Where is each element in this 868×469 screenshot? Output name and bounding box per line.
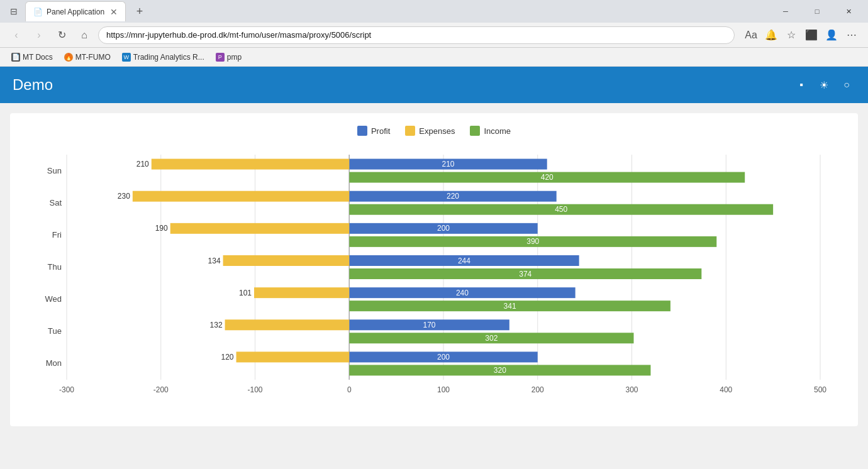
svg-rect-47: [225, 319, 350, 330]
app-title: Demo: [13, 76, 53, 94]
settings-icon[interactable]: ⋯: [843, 26, 860, 44]
svg-text:Sun: Sun: [47, 166, 62, 175]
bookmark-label-pmp: pmp: [227, 53, 242, 62]
svg-text:Thu: Thu: [48, 262, 62, 272]
bookmark-pmp[interactable]: P pmp: [212, 52, 245, 63]
bookmark-favicon-pmp: P: [216, 53, 225, 62]
legend-color-profit: [357, 126, 367, 136]
chart-legend: Profit Expenses Income: [23, 126, 845, 136]
title-bar: ⊟ 📄 Panel Application ✕ + ─ □ ✕: [0, 0, 868, 23]
svg-rect-19: [133, 191, 349, 202]
legend-profit: Profit: [357, 126, 390, 136]
profile-icon[interactable]: 👤: [823, 26, 840, 44]
svg-text:Tue: Tue: [48, 326, 62, 336]
svg-text:240: 240: [456, 289, 469, 297]
bar-chart-svg: 210210420Sun220230450Sat200190390Fri2441…: [23, 148, 845, 405]
svg-text:Wed: Wed: [45, 294, 62, 304]
svg-rect-54: [236, 351, 350, 362]
svg-text:341: 341: [504, 302, 516, 311]
svg-text:390: 390: [526, 237, 539, 246]
svg-text:400: 400: [720, 385, 732, 394]
extensions-icon[interactable]: 🔔: [762, 26, 780, 44]
chart-container: Profit Expenses Income 210210420Sun22023…: [10, 113, 858, 426]
back-button[interactable]: ‹: [8, 26, 25, 44]
svg-text:420: 420: [541, 173, 554, 182]
header-icon-circle[interactable]: ○: [838, 76, 855, 94]
tab-title: Panel Application: [47, 8, 104, 16]
svg-text:120: 120: [221, 353, 234, 361]
forward-button[interactable]: ›: [30, 26, 48, 44]
legend-label-income: Income: [484, 126, 511, 136]
svg-rect-26: [170, 223, 350, 234]
bookmarks-bar: 📄 MT Docs 🔥 MT-FUMO W Trading Analytics …: [0, 48, 868, 67]
reload-button[interactable]: ↻: [53, 26, 70, 44]
bookmark-label-mt-docs: MT Docs: [23, 53, 53, 62]
reader-mode-icon[interactable]: Aa: [742, 26, 760, 44]
close-button[interactable]: ✕: [834, 0, 863, 23]
bookmark-mt-docs[interactable]: 📄 MT Docs: [8, 52, 57, 63]
tab-close-btn[interactable]: ✕: [110, 7, 118, 17]
svg-rect-12: [152, 159, 349, 170]
svg-text:101: 101: [239, 289, 252, 297]
url-input[interactable]: [98, 26, 735, 44]
browser-tab[interactable]: 📄 Panel Application ✕: [25, 1, 126, 21]
svg-text:Fri: Fri: [52, 230, 62, 240]
svg-text:244: 244: [458, 257, 470, 265]
svg-text:Sat: Sat: [49, 198, 62, 207]
header-controls: ▪ ☀ ○: [793, 76, 855, 94]
legend-income: Income: [470, 126, 511, 136]
svg-rect-33: [223, 255, 350, 266]
minimize-button[interactable]: ─: [771, 0, 800, 23]
bookmark-favicon-mt-docs: 📄: [11, 53, 20, 62]
svg-text:210: 210: [442, 160, 454, 168]
bookmark-label-trading-analytics: Trading Analytics R...: [133, 53, 204, 62]
svg-text:230: 230: [118, 192, 130, 201]
header-icon-square[interactable]: ▪: [793, 76, 810, 94]
svg-text:220: 220: [447, 192, 459, 201]
svg-text:374: 374: [519, 270, 531, 279]
svg-text:0: 0: [347, 385, 352, 394]
svg-text:210: 210: [136, 160, 149, 168]
legend-expenses: Expenses: [405, 126, 455, 136]
legend-label-profit: Profit: [371, 126, 390, 136]
bookmark-favicon-trading-analytics: W: [122, 53, 131, 62]
svg-text:302: 302: [485, 334, 498, 343]
collections-icon[interactable]: ⬛: [803, 26, 820, 44]
tab-favicon: 📄: [33, 8, 43, 16]
svg-text:-100: -100: [247, 385, 262, 394]
bookmark-trading-analytics[interactable]: W Trading Analytics R...: [118, 52, 208, 63]
svg-text:Mon: Mon: [46, 358, 62, 368]
window-controls: ─ □ ✕: [771, 0, 863, 23]
svg-rect-40: [254, 287, 349, 298]
header-icon-sun[interactable]: ☀: [815, 76, 833, 94]
bookmark-mt-fumo[interactable]: 🔥 MT-FUMO: [60, 52, 114, 63]
bookmark-favicon-mt-fumo: 🔥: [64, 53, 73, 62]
home-button[interactable]: ⌂: [75, 26, 93, 44]
svg-text:170: 170: [423, 321, 436, 329]
svg-text:450: 450: [555, 205, 567, 214]
svg-text:-200: -200: [153, 385, 169, 394]
svg-text:500: 500: [814, 385, 826, 394]
svg-text:134: 134: [208, 257, 221, 265]
svg-text:132: 132: [210, 321, 223, 329]
svg-text:200: 200: [531, 385, 544, 394]
svg-text:200: 200: [437, 224, 450, 233]
legend-color-expenses: [405, 126, 415, 136]
favorites-icon[interactable]: ☆: [782, 26, 800, 44]
new-tab-button[interactable]: +: [131, 3, 148, 20]
window-sidebar-btn[interactable]: ⊟: [5, 3, 23, 20]
svg-text:190: 190: [155, 224, 168, 233]
svg-text:-300: -300: [59, 385, 74, 394]
svg-text:200: 200: [437, 353, 450, 361]
bookmark-label-mt-fumo: MT-FUMO: [75, 53, 111, 62]
legend-color-income: [470, 126, 480, 136]
svg-text:300: 300: [625, 385, 638, 394]
toolbar-icons: Aa 🔔 ☆ ⬛ 👤 ⋯: [742, 26, 860, 44]
chart-svg-wrapper: 210210420Sun220230450Sat200190390Fri2441…: [23, 148, 845, 405]
svg-text:100: 100: [437, 385, 450, 394]
legend-label-expenses: Expenses: [419, 126, 455, 136]
svg-text:320: 320: [494, 366, 506, 375]
maximize-button[interactable]: □: [803, 0, 832, 23]
app-header: Demo ▪ ☀ ○: [0, 67, 868, 103]
address-bar: ‹ › ↻ ⌂ Aa 🔔 ☆ ⬛ 👤 ⋯: [0, 23, 868, 48]
